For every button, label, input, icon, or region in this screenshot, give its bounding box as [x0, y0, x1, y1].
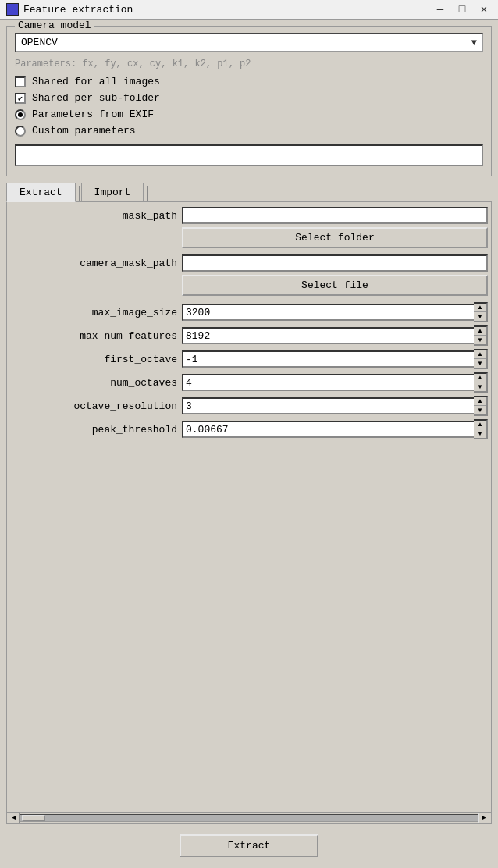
first-octave-row: first_octave ▲ ▼ — [10, 349, 488, 369]
params-from-exif-radio[interactable] — [15, 109, 26, 120]
peak-threshold-down[interactable]: ▼ — [474, 429, 486, 438]
params-scroll-area[interactable]: mask_path Select folder camera_mask_path — [7, 202, 491, 812]
camera-model-group: Camera model OPENCV ▼ Parameters: fx, fy… — [6, 26, 492, 176]
maximize-button[interactable]: □ — [454, 4, 470, 15]
max-num-features-spinner: ▲ ▼ — [474, 326, 488, 346]
peak-threshold-input[interactable] — [182, 421, 474, 438]
first-octave-input[interactable] — [182, 350, 474, 368]
bottom-bar: Extract — [6, 830, 492, 862]
h-scroll-left[interactable]: ◀ — [9, 813, 20, 824]
num-octaves-row: num_octaves ▲ ▼ — [10, 372, 488, 393]
peak-threshold-spinner: ▲ ▼ — [474, 419, 488, 439]
horizontal-scrollbar[interactable]: ◀ ▶ — [7, 812, 491, 823]
select-file-button[interactable]: Select file — [182, 275, 488, 296]
custom-params-input[interactable] — [15, 144, 483, 166]
max-num-features-input[interactable] — [182, 327, 474, 344]
title-bar: Feature extraction — □ ✕ — [0, 0, 498, 20]
max-image-size-row: max_image_size ▲ ▼ — [10, 302, 488, 322]
max-image-size-input[interactable] — [182, 304, 474, 321]
peak-threshold-row: peak_threshold ▲ ▼ — [10, 419, 488, 439]
octave-resolution-up[interactable]: ▲ — [474, 397, 486, 406]
shared-all-images-row: Shared for all images — [15, 76, 483, 87]
peak-threshold-wrap: ▲ ▼ — [182, 419, 488, 439]
first-octave-up[interactable]: ▲ — [474, 350, 486, 359]
max-image-size-label: max_image_size — [10, 307, 182, 318]
select-folder-button[interactable]: Select folder — [182, 227, 488, 248]
first-octave-wrap: ▲ ▼ — [182, 349, 488, 369]
num-octaves-down[interactable]: ▼ — [474, 382, 486, 391]
max-image-size-spinner: ▲ ▼ — [474, 302, 488, 322]
shared-all-images-label: Shared for all images — [32, 76, 160, 87]
select-file-row: Select file — [10, 275, 488, 299]
max-image-size-up[interactable]: ▲ — [474, 304, 486, 312]
octave-resolution-row: octave_resolution ▲ ▼ — [10, 396, 488, 416]
select-folder-row: Select folder — [10, 227, 488, 251]
num-octaves-wrap: ▲ ▼ — [182, 372, 488, 393]
octave-resolution-input[interactable] — [182, 397, 474, 414]
tab-divider2 — [147, 186, 148, 201]
mask-path-input-wrap — [182, 207, 488, 224]
camera-mask-path-row: camera_mask_path — [10, 254, 488, 272]
tabs-area: Extract Import mask_path — [6, 183, 492, 824]
custom-parameters-label: Custom parameters — [32, 125, 136, 137]
params-hint: Parameters: fx, fy, cx, cy, k1, k2, p1, … — [15, 59, 483, 69]
extract-button[interactable]: Extract — [180, 834, 319, 857]
tab-content-extract: mask_path Select folder camera_mask_path — [6, 202, 492, 824]
camera-mask-path-label: camera_mask_path — [10, 258, 182, 269]
max-num-features-down[interactable]: ▼ — [474, 336, 486, 344]
camera-model-dropdown[interactable]: OPENCV ▼ — [15, 33, 483, 52]
tab-divider — [79, 186, 80, 201]
camera-model-group-title: Camera model — [15, 20, 94, 31]
camera-mask-path-input-wrap — [182, 254, 488, 272]
octave-resolution-down[interactable]: ▼ — [474, 406, 486, 414]
h-scroll-thumb[interactable] — [22, 815, 45, 821]
max-image-size-down[interactable]: ▼ — [474, 312, 486, 321]
window-title: Feature extraction — [23, 4, 133, 16]
max-num-features-row: max_num_features ▲ ▼ — [10, 326, 488, 346]
shared-per-subfolder-checkbox[interactable] — [15, 93, 26, 104]
camera-mask-path-input[interactable] — [182, 254, 488, 272]
shared-all-images-checkbox[interactable] — [15, 76, 26, 87]
first-octave-down[interactable]: ▼ — [474, 359, 486, 368]
params-from-exif-row: Parameters from EXIF — [15, 108, 483, 120]
close-button[interactable]: ✕ — [476, 4, 492, 15]
mask-path-input[interactable] — [182, 207, 488, 224]
max-image-size-wrap: ▲ ▼ — [182, 302, 488, 322]
octave-resolution-label: octave_resolution — [10, 400, 182, 412]
tab-extract[interactable]: Extract — [6, 183, 76, 202]
first-octave-label: first_octave — [10, 354, 182, 365]
minimize-button[interactable]: — — [432, 4, 448, 15]
custom-parameters-radio[interactable] — [15, 126, 26, 137]
tab-import[interactable]: Import — [81, 183, 144, 201]
dropdown-value: OPENCV — [21, 37, 58, 48]
mask-path-label: mask_path — [10, 210, 182, 222]
select-folder-wrap: Select folder — [182, 227, 488, 251]
window-controls: — □ ✕ — [432, 4, 492, 15]
octave-resolution-spinner: ▲ ▼ — [474, 396, 488, 416]
octave-resolution-wrap: ▲ ▼ — [182, 396, 488, 416]
first-octave-spinner: ▲ ▼ — [474, 349, 488, 369]
h-scroll-right[interactable]: ▶ — [478, 813, 489, 824]
num-octaves-label: num_octaves — [10, 377, 182, 389]
params-from-exif-label: Parameters from EXIF — [32, 108, 154, 120]
max-num-features-label: max_num_features — [10, 330, 182, 342]
peak-threshold-up[interactable]: ▲ — [474, 421, 486, 429]
tab-bar: Extract Import — [6, 183, 492, 202]
shared-per-subfolder-label: Shared per sub-folder — [32, 92, 160, 104]
mask-path-row: mask_path — [10, 207, 488, 224]
shared-per-subfolder-row: Shared per sub-folder — [15, 92, 483, 104]
max-num-features-up[interactable]: ▲ — [474, 327, 486, 336]
app-icon — [6, 3, 19, 16]
num-octaves-input[interactable] — [182, 374, 474, 391]
h-scroll-track[interactable] — [20, 814, 478, 822]
peak-threshold-label: peak_threshold — [10, 424, 182, 436]
main-content: Camera model OPENCV ▼ Parameters: fx, fy… — [0, 20, 498, 868]
select-file-wrap: Select file — [182, 275, 488, 299]
dropdown-arrow-icon: ▼ — [471, 37, 477, 48]
num-octaves-up[interactable]: ▲ — [474, 374, 486, 382]
max-num-features-wrap: ▲ ▼ — [182, 326, 488, 346]
custom-parameters-row: Custom parameters — [15, 125, 483, 137]
num-octaves-spinner: ▲ ▼ — [474, 372, 488, 393]
